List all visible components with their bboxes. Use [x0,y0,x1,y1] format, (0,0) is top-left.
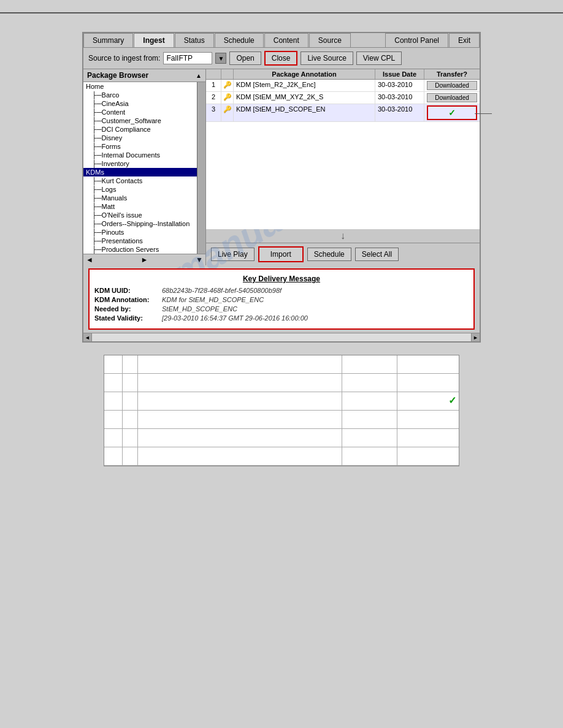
cell-icon-3: 🔑 [221,104,234,121]
scroll-left-icon[interactable]: ◄ [86,256,93,264]
bt-cell-transfer [397,411,459,428]
scroll-track [92,333,471,341]
tree-item-pinouts[interactable]: ├─Pinouts [83,228,197,237]
bt-cell-date [342,411,397,428]
main-dialog: manualslib.com Summary Ingest Status Sch… [82,32,481,343]
tree-item-content[interactable]: ├─Content [83,108,197,116]
cell-icon-2: 🔑 [221,92,234,104]
tree-area: Home ├─Barco ├─CineAsia ├─Content ├─Cust… [83,82,197,254]
tree-item-oneils-issue[interactable]: ├─O'Neil's issue [83,211,197,219]
tab-source[interactable]: Source [309,33,351,47]
table-row [104,411,459,429]
bt-cell-annotation [138,355,342,373]
table-row[interactable]: 2 🔑 KDM [StEM_MM_XYZ_2K_S 30-03-2010 Dow… [206,92,480,104]
tree-item-inventory[interactable]: ├─Inventory [83,159,197,168]
tab-status[interactable]: Status [175,33,214,47]
scroll-right-btn[interactable]: ► [471,333,480,341]
tree-item-matt[interactable]: ├─Matt [83,202,197,211]
live-play-button[interactable]: Live Play [211,248,255,261]
kdm-needed-label: Needed by: [94,305,162,313]
cell-date-3: 30-03-2010 [375,104,424,121]
close-button[interactable]: Close [264,51,298,66]
tree-item-manuals[interactable]: ├─Manuals [83,194,197,202]
package-browser-title: Package Browser [87,71,148,80]
kdm-title: Key Delivery Message [94,275,469,283]
top-line [0,12,563,13]
bt-cell-num [104,374,123,392]
tab-control-panel[interactable]: Control Panel [385,33,448,47]
col-annotation-header: Package Annotation [234,69,375,79]
col-transfer-header: Transfer? [424,69,480,79]
bt-cell-annotation [138,411,342,428]
tree-item-kdms[interactable]: KDMs [83,168,197,176]
kdm-needed-row: Needed by: StEM_HD_SCOPE_ENC [94,305,469,313]
scroll-left-btn[interactable]: ◄ [83,333,92,341]
col-icon-header [221,69,234,79]
checkmark-icon: ✓ [448,108,456,118]
bt-cell-annotation [138,429,342,447]
bt-cell-num [104,429,123,447]
import-btn-container: Import [258,246,304,262]
kdm-validity-label: Stated Validity: [94,314,162,322]
bt-cell-date [342,429,397,447]
import-button[interactable]: Import [258,246,304,262]
bt-cell-annotation [138,374,342,392]
table-row[interactable]: 3 🔑 KDM [StEM_HD_SCOPE_EN 30-03-2010 ✓ —… [206,104,480,122]
tab-content[interactable]: Content [264,33,308,47]
cell-annotation-2: KDM [StEM_MM_XYZ_2K_S [234,92,375,104]
tree-item-production-servers[interactable]: ├─Production Servers [83,245,197,254]
tree-item-disney[interactable]: ├─Disney [83,134,197,142]
down-arrow-indicator: ↓ [206,229,480,243]
tab-summary[interactable]: Summary [83,33,133,47]
tree-item-kurt-contacts[interactable]: ├─Kurt Contacts [83,176,197,185]
live-source-button[interactable]: Live Source [301,51,353,65]
kdm-panel: Key Delivery Message KDM UUID: 68b2243b-… [88,268,475,330]
tab-spacer [351,33,385,47]
bt-cell-num [104,355,123,373]
right-panel: Package Annotation Issue Date Transfer? … [206,69,480,265]
table-row[interactable]: 1 🔑 KDM [Stem_R2_J2K_Enc] 30-03-2010 Dow… [206,80,480,92]
cell-transfer-3: ✓ [424,104,480,121]
open-button[interactable]: Open [229,51,261,65]
cell-icon-1: 🔑 [221,80,234,91]
tree-item-presentations[interactable]: ├─Presentations [83,237,197,245]
bt-cell-annotation [138,392,342,410]
tree-item-logs[interactable]: ├─Logs [83,185,197,194]
tree-item-barco[interactable]: ├─Barco [83,91,197,99]
tree-item-home[interactable]: Home [83,82,197,91]
ingest-bar: Source to ingest from: FalIFTP ▼ Open Cl… [83,48,480,69]
scroll-right-icon[interactable]: ► [141,256,148,264]
bt-cell-num [104,411,123,428]
tree-scroll-container: Home ├─Barco ├─CineAsia ├─Content ├─Cust… [83,82,205,254]
cell-num-2: 2 [206,92,221,104]
tree-item-orders[interactable]: ├─Orders--Shipping--Installation [83,219,197,228]
page-container: manualslib.com Summary Ingest Status Sch… [0,0,563,728]
cell-transfer-2: Downloaded [424,92,480,104]
tab-exit[interactable]: Exit [449,33,480,47]
cell-transfer-1: Downloaded [424,80,480,91]
tree-item-customer-software[interactable]: ├─Customer_Software [83,116,197,125]
bt-checkmark-icon: ✓ [448,395,456,406]
vertical-scrollbar[interactable] [197,82,205,254]
table-row [104,374,459,392]
dropdown-arrow-icon[interactable]: ▼ [215,53,226,64]
ingest-dropdown[interactable]: FalIFTP [163,52,212,64]
bt-cell-num [104,392,123,410]
table-row [104,429,459,447]
tree-item-forms[interactable]: ├─Forms [83,142,197,151]
bt-cell-icon [123,355,138,373]
tree-item-dci-compliance[interactable]: ├─DCI Compliance [83,125,197,134]
downloaded-badge-1: Downloaded [427,81,477,90]
tree-item-internal-documents[interactable]: ├─Internal Documents [83,151,197,159]
tree-item-cineasia[interactable]: ├─CineAsia [83,99,197,108]
action-bar: Live Play Import Schedule Select All [206,243,480,265]
pkg-table-header: Package Annotation Issue Date Transfer? [206,69,480,80]
bt-cell-transfer [397,429,459,447]
view-cpl-button[interactable]: View CPL [356,51,402,65]
tab-schedule[interactable]: Schedule [215,33,264,47]
scroll-down-arrow-icon[interactable]: ▼ [196,256,203,264]
select-all-button[interactable]: Select All [355,248,399,261]
tab-ingest[interactable]: Ingest [134,33,174,47]
scroll-up-arrow-icon[interactable]: ▲ [196,72,202,79]
schedule-button[interactable]: Schedule [307,248,351,261]
